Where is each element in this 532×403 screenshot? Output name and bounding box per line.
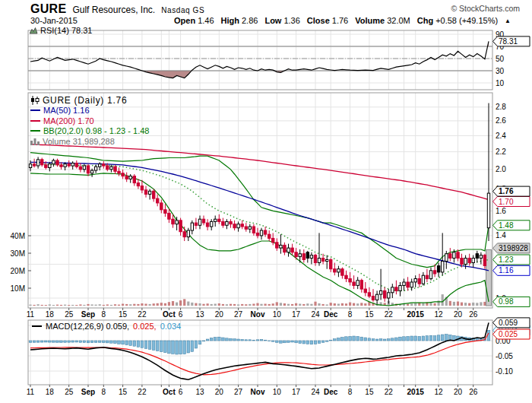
quote-strip: Open1.46 High2.86 Low1.36 Close1.76 Volu… [174, 16, 511, 25]
svg-text:30: 30 [496, 67, 505, 75]
svg-text:15: 15 [119, 388, 128, 396]
svg-text:2.8: 2.8 [496, 103, 506, 111]
bollinger-color-swatch [30, 130, 40, 132]
change-up-arrow: ▲ [505, 17, 511, 24]
exchange-name: Nasdaq GS [161, 6, 204, 14]
svg-text:22: 22 [138, 310, 147, 319]
svg-text:0.059: 0.059 [499, 319, 518, 327]
svg-text:20: 20 [454, 388, 463, 396]
legend-volume-row: Volume 31,989,288 [30, 136, 149, 147]
svg-text:8: 8 [348, 388, 353, 396]
svg-text:27: 27 [234, 310, 243, 319]
svg-text:15: 15 [365, 310, 374, 319]
svg-text:27: 27 [234, 388, 243, 396]
legend-ma200-row: MA(200) 1.70 [30, 116, 149, 126]
svg-text:40M: 40M [11, 232, 25, 240]
svg-text:17: 17 [292, 388, 301, 396]
svg-text:Oct: Oct [163, 388, 176, 396]
svg-text:6: 6 [179, 310, 183, 319]
chart-date: 30-Jan-2015 [30, 16, 78, 25]
svg-text:22: 22 [385, 310, 394, 319]
svg-text:Sep: Sep [81, 388, 95, 396]
legend-ma50-row: MA(50) 1.16 [30, 106, 149, 116]
svg-text:78.31: 78.31 [499, 37, 518, 46]
volume-bars-icon [30, 138, 40, 145]
svg-text:11: 11 [27, 310, 35, 319]
svg-text:-0.10: -0.10 [496, 367, 513, 376]
macd-line-swatch [32, 325, 42, 327]
svg-text:20: 20 [215, 310, 224, 319]
svg-text:0.025: 0.025 [499, 330, 518, 338]
legend-symbol-label: GURE (Daily) 1.76 [43, 95, 127, 106]
rsi-callout: 78.31 [493, 36, 530, 46]
stockcharts-sharpchart: 907050301078.3140M30M20M10M2.82.62.42.22… [0, 0, 532, 403]
svg-text:24: 24 [311, 310, 320, 319]
svg-text:2015: 2015 [407, 388, 425, 396]
svg-text:20: 20 [215, 388, 224, 396]
svg-text:-0.05: -0.05 [496, 352, 513, 360]
svg-text:25: 25 [65, 310, 74, 319]
quote-open: Open1.46 [174, 16, 214, 25]
svg-text:20: 20 [454, 310, 463, 319]
svg-text:8: 8 [102, 310, 106, 319]
candlestick-icon [30, 96, 40, 105]
svg-text:Nov: Nov [251, 388, 265, 396]
legend-symbol-row: GURE (Daily) 1.76 [30, 95, 149, 106]
svg-text:Sep: Sep [81, 310, 95, 319]
rsi-area-icon [30, 27, 38, 34]
svg-text:Dec: Dec [324, 310, 338, 319]
svg-text:10: 10 [496, 79, 505, 87]
svg-text:2015: 2015 [407, 310, 425, 319]
svg-text:1.23: 1.23 [499, 255, 514, 264]
svg-text:18: 18 [46, 388, 55, 396]
legend-ma50-label: MA(50) 1.16 [43, 106, 90, 115]
svg-text:3198928: 3198928 [499, 244, 528, 252]
svg-text:15: 15 [119, 310, 128, 319]
svg-text:30M: 30M [11, 249, 25, 258]
svg-text:6: 6 [179, 388, 183, 396]
macd-legend-signal: 0.025, [133, 322, 157, 331]
macd-callouts: 0.0340.0250.059 [493, 318, 530, 339]
stockcharts-copyright-link[interactable]: © StockCharts.com [451, 4, 520, 13]
svg-text:1.76: 1.76 [499, 187, 514, 195]
svg-text:11: 11 [27, 388, 35, 396]
quote-volume: Volume32.0M [355, 16, 410, 25]
svg-text:10: 10 [273, 388, 282, 396]
svg-text:8: 8 [102, 388, 106, 396]
quote-low: Low1.36 [264, 16, 299, 25]
svg-text:22: 22 [138, 388, 147, 396]
svg-text:Oct: Oct [163, 310, 176, 319]
svg-text:1.48: 1.48 [499, 221, 514, 230]
macd-legend-hist: 0.034 [160, 322, 182, 331]
svg-text:10M: 10M [11, 284, 25, 293]
svg-text:0.98: 0.98 [499, 297, 514, 306]
rsi-legend: RSI(14) 78.31 [30, 26, 92, 35]
svg-text:1.4: 1.4 [496, 231, 506, 240]
chart-canvas: 907050301078.3140M30M20M10M2.82.62.42.22… [0, 0, 532, 403]
svg-text:17: 17 [292, 310, 301, 319]
svg-text:50: 50 [496, 55, 505, 63]
legend-volume-label: Volume 31,989,288 [43, 137, 115, 146]
ma200-color-swatch [30, 120, 40, 122]
svg-text:20M: 20M [11, 267, 25, 275]
svg-text:2.0: 2.0 [496, 165, 506, 173]
macd-axis-labels: 0.00-0.05-0.10 [496, 337, 513, 376]
svg-text:24: 24 [311, 388, 320, 396]
svg-text:18: 18 [46, 310, 55, 319]
ma50-color-swatch [30, 109, 40, 111]
quote-close: Close1.76 [307, 16, 348, 25]
legend-ma200-label: MA(200) 1.70 [43, 116, 94, 125]
svg-text:22: 22 [385, 388, 394, 396]
svg-text:12: 12 [435, 388, 444, 396]
legend-bollinger-row: BB(20,2.0) 0.98 - 1.23 - 1.48 [30, 126, 149, 137]
company-name: Gulf Resources, Inc. [72, 5, 155, 15]
chart-header: GURE Gulf Resources, Inc. Nasdaq GS [30, 2, 204, 16]
svg-text:2.4: 2.4 [496, 132, 506, 140]
rsi-legend-label: RSI(14) 78.31 [40, 26, 92, 35]
quote-change: Chg+0.58 (+49.15%) [417, 16, 498, 25]
svg-text:1.70: 1.70 [499, 198, 514, 206]
svg-text:Dec: Dec [324, 388, 338, 396]
x-axis-labels-top: 111825Sep81522Oct6132027Nov101724Dec8152… [27, 308, 478, 319]
legend-bollinger-label: BB(20,2.0) 0.98 - 1.23 - 1.48 [43, 126, 149, 135]
svg-text:10: 10 [273, 310, 282, 319]
